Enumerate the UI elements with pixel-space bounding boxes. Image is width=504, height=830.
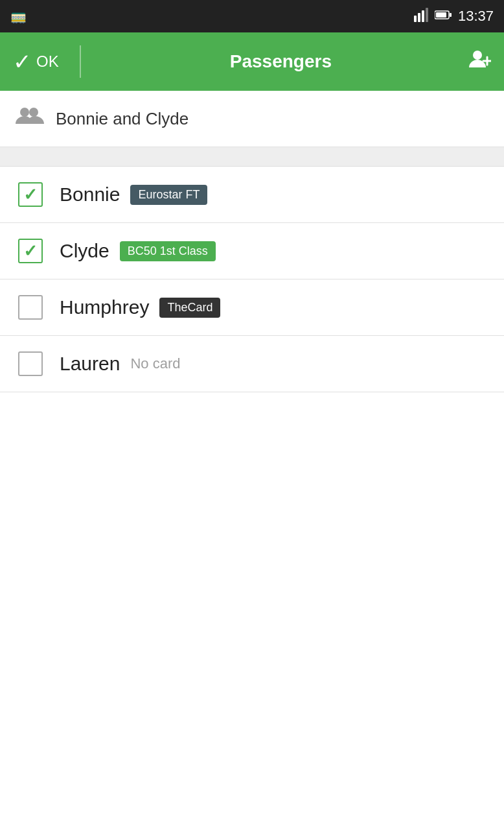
checkbox-lauren[interactable] (18, 351, 43, 376)
svg-rect-2 (422, 10, 424, 22)
tag-humphrey: TheCard (159, 298, 220, 318)
checkbox-clyde[interactable]: ✓ (18, 239, 43, 263)
svg-rect-3 (426, 8, 428, 22)
add-passenger-button[interactable] (468, 48, 491, 76)
app-bar: ✓ OK Passengers (0, 32, 504, 91)
passenger-item-clyde[interactable]: ✓ Clyde BC50 1st Class (0, 223, 504, 279)
passenger-name-lauren: Lauren (60, 353, 120, 375)
tag-lauren: No card (130, 355, 180, 372)
train-icon: 🚃 (10, 8, 27, 24)
passenger-item-bonnie[interactable]: ✓ Bonnie Eurostar FT (0, 167, 504, 223)
app-bar-title: Passengers (94, 51, 468, 72)
group-row[interactable]: Bonnie and Clyde (0, 91, 504, 147)
svg-point-10 (20, 108, 29, 117)
status-time: 13:37 (458, 8, 494, 25)
passenger-name-bonnie: Bonnie (60, 184, 120, 206)
check-icon: ✓ (13, 51, 31, 73)
ok-button[interactable]: ✓ OK (13, 51, 67, 73)
svg-rect-6 (450, 13, 452, 17)
status-bar: 🚃 13:37 (0, 0, 504, 32)
passenger-name-clyde: Clyde (60, 240, 109, 262)
passenger-list: ✓ Bonnie Eurostar FT ✓ Clyde BC50 1st Cl… (0, 167, 504, 392)
svg-point-11 (29, 108, 38, 117)
signal-icon (414, 8, 428, 25)
appbar-divider (80, 45, 81, 78)
svg-rect-1 (418, 13, 420, 22)
svg-point-7 (473, 51, 482, 60)
group-name: Bonnie and Clyde (56, 109, 189, 129)
tag-clyde: BC50 1st Class (120, 241, 216, 261)
svg-rect-5 (436, 12, 446, 18)
passenger-item-lauren[interactable]: Lauren No card (0, 336, 504, 392)
checkbox-humphrey[interactable] (18, 295, 43, 320)
svg-rect-0 (414, 16, 417, 22)
passenger-item-humphrey[interactable]: Humphrey TheCard (0, 279, 504, 336)
status-bar-left: 🚃 (10, 8, 27, 24)
battery-icon (435, 10, 452, 23)
passenger-name-humphrey: Humphrey (60, 296, 149, 318)
add-person-icon (468, 48, 491, 76)
checkmark-bonnie: ✓ (23, 186, 38, 203)
group-icon (16, 105, 44, 132)
tag-bonnie: Eurostar FT (130, 185, 207, 205)
checkmark-clyde: ✓ (23, 243, 38, 259)
ok-label: OK (36, 53, 59, 71)
checkbox-bonnie[interactable]: ✓ (18, 182, 43, 207)
section-divider (0, 147, 504, 167)
